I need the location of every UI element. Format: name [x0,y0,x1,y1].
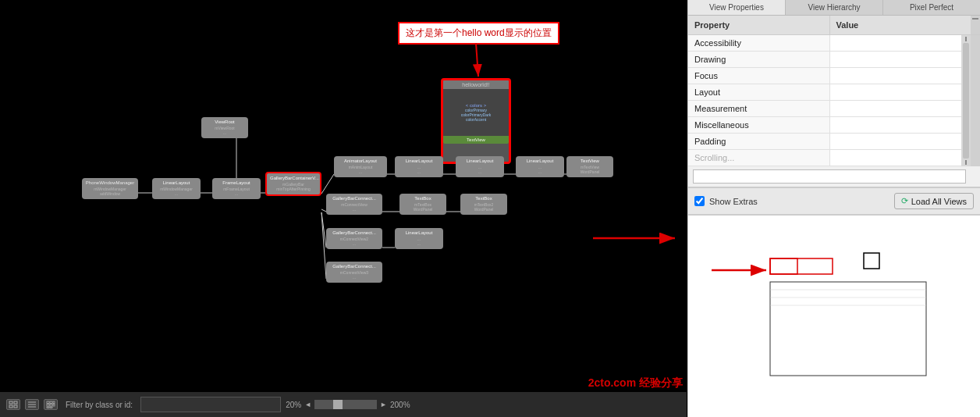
filter-input[interactable] [140,397,281,412]
zoom-slider[interactable] [314,400,377,409]
node-gallerybarconnect-3[interactable]: GalleryBarConnect... mConnectView3 ... [326,262,382,283]
prop-row-layout[interactable]: Layout [688,84,971,101]
panel-tab-3[interactable]: Pixel Perfect [883,0,980,15]
zoom-left-arrow[interactable]: ◄ [304,401,311,408]
preview-svg [688,216,980,403]
property-col-header: Property [688,16,830,34]
svg-rect-27 [47,401,49,404]
node-phonewindowmanager[interactable]: PhoneWindowManager mWindowManager addWin… [82,178,138,199]
panel-tabs: View Properties View Hierarchy Pixel Per… [688,0,980,16]
node-linearlayout-1[interactable]: LinearLayout mWindowManager ... [152,178,201,199]
toolbar-icon-2[interactable] [25,399,39,410]
zoom-min-label: 20% [286,401,301,409]
prop-filter-input[interactable] [693,169,966,184]
node-linearlayout-5[interactable]: LinearLayout ... ... [395,228,443,249]
svg-rect-32 [53,405,55,407]
svg-rect-40 [770,282,926,376]
svg-rect-33 [47,407,49,408]
prop-row-focus[interactable]: Focus [688,68,971,84]
toolbar-icon-1[interactable] [6,399,20,410]
svg-rect-37 [770,258,833,274]
prop-table-container: Accessibility Drawing Focus Layout [688,35,971,166]
canvas-area[interactable]: 这才是第一个hello word显示的位置 [0,0,687,417]
svg-rect-31 [50,405,52,407]
node-textview[interactable]: TextView mTextView WordPanel [566,156,613,177]
featured-node-header: helloworld!! [443,80,509,89]
prop-scrollbar[interactable] [961,35,971,166]
svg-rect-20 [9,401,12,404]
node-gallerybarconnect-2[interactable]: GalleryBarConnect... mConnectView2 ... [326,228,382,249]
node-framelayout[interactable]: FrameLayout mFrameLayout ... [212,178,261,199]
node-gallerybar-selected[interactable]: GalleryBarContainerV... mGalleryBar minT… [265,172,321,196]
prop-row-padding[interactable]: Padding [688,134,971,150]
zoom-thumb[interactable] [333,400,343,409]
show-extras-label: Show Extras [709,197,758,206]
property-rows: Accessibility Drawing Focus Layout [688,35,980,166]
zoom-right-arrow[interactable]: ► [380,401,387,408]
svg-rect-28 [50,401,52,404]
featured-node-footer: TextView [443,136,509,144]
prop-row-scrolling[interactable]: Scrolling... [688,150,971,166]
prop-filter [688,166,980,187]
bottom-toolbar: Filter by class or id: 20% ◄ ► 200% [0,392,687,417]
zoom-max-label: 200% [390,401,410,409]
prop-row-measurement[interactable]: Measurement [688,101,971,117]
svg-rect-39 [864,253,879,269]
watermark: 2cto.com 经验分享 [584,375,687,392]
node-textbox-2[interactable]: TextBox mTextBox2 WordPanel [460,194,507,215]
svg-rect-29 [53,401,55,404]
svg-rect-22 [9,405,12,408]
annotation-box: 这才是第一个hello word显示的位置 [398,22,559,45]
toolbar-icon-grid[interactable] [44,399,58,410]
featured-node-content: < colors > colorPrimary colorPrimaryDark… [443,89,509,136]
prop-row-miscellaneous[interactable]: Miscellaneous [688,117,971,134]
panel-tab-2[interactable]: View Hierarchy [786,0,883,15]
prop-row-accessibility[interactable]: Accessibility [688,35,971,52]
svg-rect-38 [770,258,797,274]
extras-bar: Show Extras ⟳ Load All Views [688,187,980,215]
node-linearlayout-4[interactable]: LinearLayout ... ... [516,156,564,177]
node-viewroot[interactable]: ViewRoot mViewRoot ... [201,117,248,138]
node-animatorlayout[interactable]: AnimatorLayout mAnimLayout ... [334,156,387,177]
node-textbox-1[interactable]: TextBox mTextBox WordPanel [399,194,446,215]
value-col-header: Value [830,16,971,34]
prop-table-header: Property Value [688,16,980,35]
svg-line-2 [476,43,478,77]
load-all-views-button[interactable]: ⟳ Load All Views [894,193,974,209]
node-linearlayout-2[interactable]: LinearLayout ... ... [395,156,443,177]
panel-tab-1[interactable]: View Properties [688,0,786,15]
svg-rect-23 [14,405,17,408]
node-linearlayout-3[interactable]: LinearLayout ... ... [456,156,504,177]
filter-label: Filter by class or id: [66,401,133,409]
svg-rect-34 [50,407,52,408]
prop-row-drawing[interactable]: Drawing [688,52,971,68]
property-panel: Property Value Accessibility Drawing [688,16,980,187]
load-icon: ⟳ [901,196,908,206]
right-panel: View Properties View Hierarchy Pixel Per… [687,0,980,417]
svg-rect-21 [14,401,17,404]
svg-line-8 [321,174,334,194]
preview-panel [688,215,980,417]
node-gallerybarconnect-1[interactable]: GalleryBarConnect... mConnectView ... [326,194,382,215]
featured-node[interactable]: helloworld!! < colors > colorPrimary col… [441,78,511,164]
show-extras-checkbox[interactable] [694,196,705,206]
svg-rect-30 [47,405,49,407]
zoom-controls: 20% ◄ ► 200% [286,400,410,409]
